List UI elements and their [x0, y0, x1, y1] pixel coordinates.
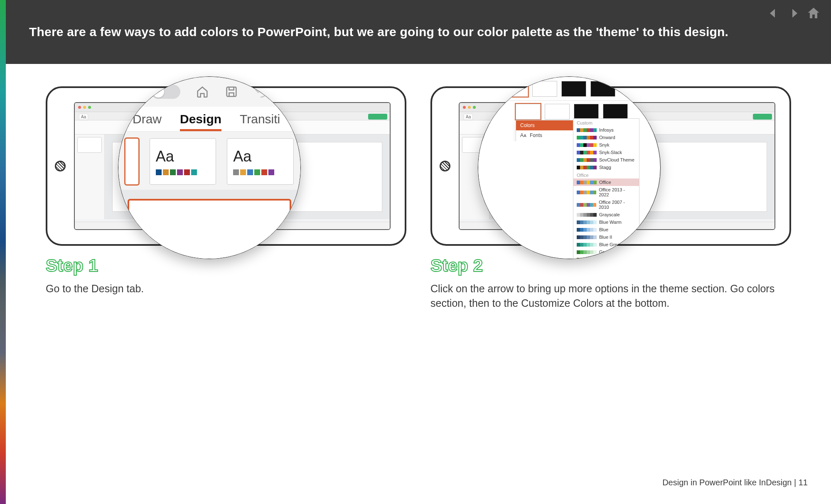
traffic-red-icon [463, 106, 466, 109]
color-option[interactable]: SovCloud Theme [573, 156, 639, 164]
variant-option[interactable] [561, 81, 586, 97]
traffic-yellow-icon [468, 106, 471, 109]
tablet-frame: Aa [46, 86, 406, 246]
undo-icon [253, 85, 268, 99]
dropdown-backing [478, 141, 586, 259]
theme-selected[interactable] [125, 138, 139, 185]
magnifier-step2: Colors▸ AᴀFonts ▦Background Styles Custo… [478, 76, 661, 259]
tablet-home-icon [440, 161, 450, 171]
home-icon[interactable] [806, 6, 821, 21]
tab-transitions[interactable]: Transiti [240, 112, 280, 131]
save-icon [224, 85, 238, 99]
variant-gradient-icon [478, 77, 503, 101]
color-option[interactable]: Snyk [573, 141, 639, 149]
color-option[interactable]: Office 2007 - 2010 [573, 198, 639, 211]
color-option[interactable]: Office [573, 179, 639, 186]
content-area: Aa [6, 64, 831, 504]
color-option[interactable]: Stagg [573, 164, 639, 171]
slide-canvas-preview [118, 190, 300, 259]
tablet-home-icon [55, 161, 66, 171]
toggle-icon[interactable] [151, 85, 180, 99]
variant-option[interactable] [545, 104, 570, 120]
color-option[interactable]: Blue Warm [573, 218, 639, 226]
step1-label: Step 1 [46, 256, 406, 276]
svg-rect-0 [227, 87, 236, 97]
slide-nav [766, 6, 821, 21]
ribbon-tabs: Draw Design Transiti [118, 107, 300, 132]
theme-option[interactable]: Aa [150, 138, 216, 185]
share-button[interactable] [368, 114, 387, 120]
theme-swatches [156, 169, 197, 175]
header-banner: There are a few ways to add colors to Po… [6, 0, 831, 64]
color-option[interactable]: Blue II [573, 233, 639, 241]
house-icon [195, 85, 209, 99]
share-button[interactable] [753, 114, 772, 120]
color-option[interactable]: Onward [573, 134, 639, 141]
page-footer: Design in PowerPoint like InDesign | 11 [662, 478, 808, 487]
step2-column: Aa [430, 86, 791, 310]
color-option[interactable]: Snyk-Slack [573, 149, 639, 156]
color-option[interactable]: Blue [573, 226, 639, 233]
color-option[interactable]: Green [573, 248, 639, 256]
step1-column: Aa [46, 86, 406, 310]
variant-option[interactable] [603, 104, 628, 120]
step1-desc: Go to the Design tab. [46, 281, 406, 296]
theme-aa-label: Aa [233, 148, 251, 165]
traffic-red-icon [78, 106, 81, 109]
step2-label: Step 2 [430, 256, 791, 276]
theme-swatches [233, 169, 274, 175]
theme-gallery: Aa Aa [118, 132, 300, 190]
colors-submenu: Custom Infosys Onward Snyk Snyk-Slack So… [573, 118, 639, 259]
submenu-header-custom: Custom [573, 119, 639, 126]
color-option[interactable]: Grayscale [573, 211, 639, 218]
color-option[interactable]: Office 2013 - 2022 [573, 186, 639, 198]
traffic-yellow-icon [83, 106, 86, 109]
variant-option[interactable] [574, 104, 599, 120]
thumb-item[interactable] [77, 137, 102, 153]
variant-strip [478, 77, 660, 101]
next-icon[interactable] [786, 6, 801, 21]
theme-aa-label: Aa [156, 148, 174, 165]
traffic-green-icon [473, 106, 476, 109]
color-option[interactable]: Infosys [573, 126, 639, 134]
variant-option[interactable] [532, 81, 557, 97]
color-option[interactable]: Blue Green [573, 241, 639, 248]
slide-thumbnails [75, 135, 105, 219]
variant-option[interactable] [516, 104, 541, 120]
banner-title: There are a few ways to add colors to Po… [29, 24, 728, 41]
submenu-header-office: Office [573, 171, 639, 179]
magnifier-step1: Draw Design Transiti Aa Aa [118, 76, 301, 259]
variant-option[interactable] [503, 81, 528, 97]
mini-theme-icon: Aa [79, 114, 88, 120]
tab-draw[interactable]: Draw [133, 112, 162, 131]
tablet-frame: Aa [430, 86, 791, 246]
slide-page: There are a few ways to add colors to Po… [0, 0, 831, 504]
traffic-green-icon [88, 106, 91, 109]
step2-desc: Click on the arrow to bring up more opti… [430, 281, 791, 310]
theme-option[interactable]: Aa [227, 138, 294, 185]
variant-option[interactable] [590, 81, 615, 97]
prev-icon[interactable] [766, 6, 781, 21]
tab-design[interactable]: Design [180, 112, 221, 131]
mini-theme-icon: Aa [464, 114, 473, 120]
